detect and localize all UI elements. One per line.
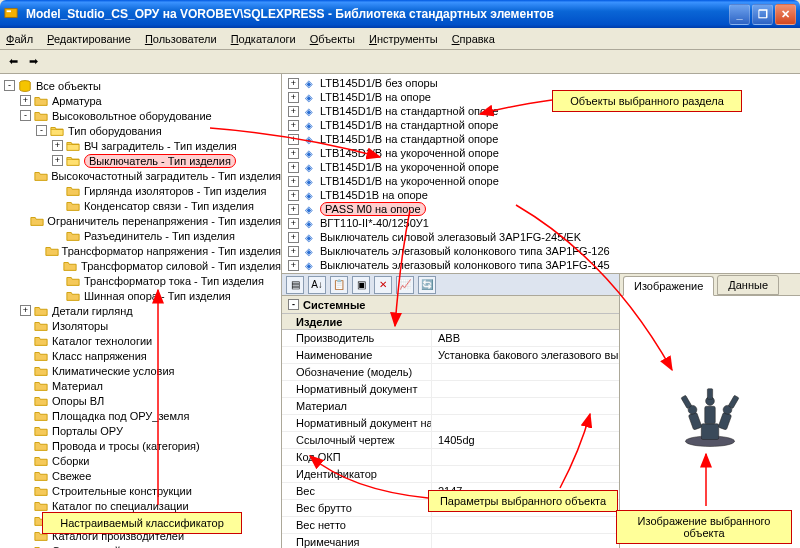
expand-toggle[interactable]: + — [288, 218, 299, 229]
tree-node-label[interactable]: Арматура — [52, 95, 102, 107]
tree-node[interactable]: -Тип оборудования — [4, 123, 281, 138]
tree-node[interactable]: Каталог по специализации — [4, 498, 281, 513]
toolbar-forward-icon[interactable]: ➡ — [24, 53, 42, 71]
object-label[interactable]: LTB145D1/B на опоре — [320, 91, 431, 103]
tree-node[interactable]: Каталог технологии — [4, 333, 281, 348]
tree-node[interactable]: +ВЧ заградитель - Тип изделия — [4, 138, 281, 153]
tree-node[interactable]: Изоляторы — [4, 318, 281, 333]
expand-toggle[interactable]: + — [288, 162, 299, 173]
tree-node-label[interactable]: Детали гирлянд — [52, 305, 133, 317]
tree-node[interactable]: Стандартный каталог — [4, 543, 281, 548]
close-button[interactable]: ✕ — [775, 4, 796, 25]
tree-node-label[interactable]: Класс напряжения — [52, 350, 147, 362]
tree-node[interactable]: Свежее — [4, 468, 281, 483]
menu-item[interactable]: Инструменты — [369, 33, 438, 45]
object-label[interactable]: LTB145D1/B на стандартной опоре — [320, 119, 498, 131]
tree-node[interactable]: Опоры ВЛ — [4, 393, 281, 408]
menu-item[interactable]: Объекты — [310, 33, 355, 45]
tree-node-label[interactable]: Высокочастотный заградитель - Тип издели… — [51, 170, 281, 182]
expand-toggle[interactable]: - — [4, 80, 15, 91]
prop-value[interactable] — [432, 466, 619, 482]
prop-tb-sort-icon[interactable]: A↓ — [308, 276, 326, 294]
prop-row[interactable]: ПроизводительABB — [282, 330, 619, 347]
object-list-item[interactable]: +◈LTB145D1/B на укороченной опоре — [288, 174, 800, 188]
expand-toggle[interactable]: + — [288, 106, 299, 117]
object-list-item[interactable]: +◈LTB145D1B на опоре — [288, 188, 800, 202]
prop-row[interactable]: Вес нетто — [282, 517, 619, 534]
prop-group[interactable]: Изделие — [282, 314, 619, 330]
object-list-item[interactable]: +◈LTB145D1/B на стандартной опоре — [288, 132, 800, 146]
object-list-item[interactable]: +◈Выключатель силовой элегазовый 3AP1FG-… — [288, 230, 800, 244]
tree-node-label[interactable]: Стандартный каталог — [52, 545, 162, 549]
object-label[interactable]: PASS M0 на опоре — [320, 202, 426, 216]
tree-node-label[interactable]: Трансформатор напряжения - Тип изделия — [62, 245, 281, 257]
expand-toggle[interactable]: + — [288, 232, 299, 243]
tree-node[interactable]: Материал — [4, 378, 281, 393]
expand-toggle[interactable]: + — [288, 246, 299, 257]
prop-value[interactable] — [432, 415, 619, 431]
tree-node-label[interactable]: Материал — [52, 380, 103, 392]
object-list-item[interactable]: +◈LTB145D1/B без опоры — [288, 76, 800, 90]
prop-value[interactable]: Установка бакового элегазового выключат.… — [432, 347, 619, 363]
expand-toggle[interactable]: + — [288, 176, 299, 187]
object-label[interactable]: Выключатель элегазовый колонкового типа … — [320, 259, 610, 271]
prop-value[interactable] — [432, 381, 619, 397]
tree-node-label[interactable]: Конденсатор связи - Тип изделия — [84, 200, 254, 212]
tree-node[interactable]: Трансформатор напряжения - Тип изделия — [4, 243, 281, 258]
tree-node-label[interactable]: Ограничитель перенапряжения - Тип издели… — [47, 215, 281, 227]
prop-row[interactable]: Идентификатор — [282, 466, 619, 483]
tree-node[interactable]: Класс напряжения — [4, 348, 281, 363]
object-list-item[interactable]: +◈LTB145D1/B на укороченной опоре — [288, 160, 800, 174]
object-label[interactable]: LTB145D1/B на укороченной опоре — [320, 147, 499, 159]
menu-item[interactable]: Редактирование — [47, 33, 131, 45]
expand-toggle[interactable]: + — [288, 92, 299, 103]
tree-node[interactable]: +Выключатель - Тип изделия — [4, 153, 281, 168]
expand-toggle[interactable]: + — [288, 134, 299, 145]
expand-toggle[interactable]: + — [288, 148, 299, 159]
expand-toggle[interactable]: + — [20, 305, 31, 316]
tree-node[interactable]: Ограничитель перенапряжения - Тип издели… — [4, 213, 281, 228]
tree-node-label[interactable]: Трансформатор тока - Тип изделия — [84, 275, 264, 287]
tree-node-label[interactable]: Опоры ВЛ — [52, 395, 104, 407]
prop-value[interactable] — [432, 449, 619, 465]
menu-item[interactable]: Подкаталоги — [231, 33, 296, 45]
object-label[interactable]: Выключатель элегазовый колонкового типа … — [320, 245, 610, 257]
tree-node-label[interactable]: Выключатель - Тип изделия — [84, 154, 236, 168]
expand-toggle[interactable]: + — [52, 140, 63, 151]
prop-group[interactable]: -Системные — [282, 296, 619, 314]
tab-image[interactable]: Изображение — [623, 276, 714, 296]
tree-node-label[interactable]: Все объекты — [36, 80, 101, 92]
object-list-item[interactable]: +◈Выключатель элегазовый колонкового тип… — [288, 244, 800, 258]
tree-node[interactable]: Гирлянда изоляторов - Тип изделия — [4, 183, 281, 198]
object-list-item[interactable]: +◈ВГТ110-II*-40/1250У1 — [288, 216, 800, 230]
tab-data[interactable]: Данные — [717, 275, 779, 295]
object-list-item[interactable]: +◈LTB145D1/B на укороченной опоре — [288, 146, 800, 160]
tree-node-label[interactable]: Разъединитель - Тип изделия — [84, 230, 235, 242]
object-list-item[interactable]: +◈LTB145D1/B на стандартной опоре — [288, 118, 800, 132]
prop-value[interactable] — [432, 398, 619, 414]
prop-tb-icon[interactable]: ▣ — [352, 276, 370, 294]
tree-node-label[interactable]: Изоляторы — [52, 320, 108, 332]
minimize-button[interactable]: _ — [729, 4, 750, 25]
prop-row[interactable]: Нормативный документ на ма... — [282, 415, 619, 432]
tree-node-label[interactable]: Сборки — [52, 455, 89, 467]
object-label[interactable]: Выключатель силовой элегазовый 3AP1FG-24… — [320, 231, 581, 243]
expand-toggle[interactable]: + — [288, 260, 299, 271]
prop-row[interactable]: Примечания — [282, 534, 619, 548]
tree-node[interactable]: Высокочастотный заградитель - Тип издели… — [4, 168, 281, 183]
object-label[interactable]: LTB145D1/B на укороченной опоре — [320, 161, 499, 173]
object-list-item[interactable]: +◈PASS M0 на опоре — [288, 202, 800, 216]
tree-node-label[interactable]: Шинная опора - Тип изделия — [84, 290, 231, 302]
object-list-item[interactable]: +◈Выключатель элегазовый колонкового тип… — [288, 258, 800, 272]
prop-row[interactable]: Ссылочный чертеж1405dg — [282, 432, 619, 449]
expand-toggle[interactable]: + — [288, 204, 299, 215]
tree-node[interactable]: +Арматура — [4, 93, 281, 108]
tree-node[interactable]: Трансформатор силовой - Тип изделия — [4, 258, 281, 273]
tree-node[interactable]: Сборки — [4, 453, 281, 468]
toolbar-back-icon[interactable]: ⬅ — [4, 53, 22, 71]
prop-value[interactable] — [432, 364, 619, 380]
expand-toggle[interactable]: + — [20, 95, 31, 106]
maximize-button[interactable]: ❐ — [752, 4, 773, 25]
tree-node[interactable]: -Высоковольтное оборудование — [4, 108, 281, 123]
menu-item[interactable]: Файл — [6, 33, 33, 45]
